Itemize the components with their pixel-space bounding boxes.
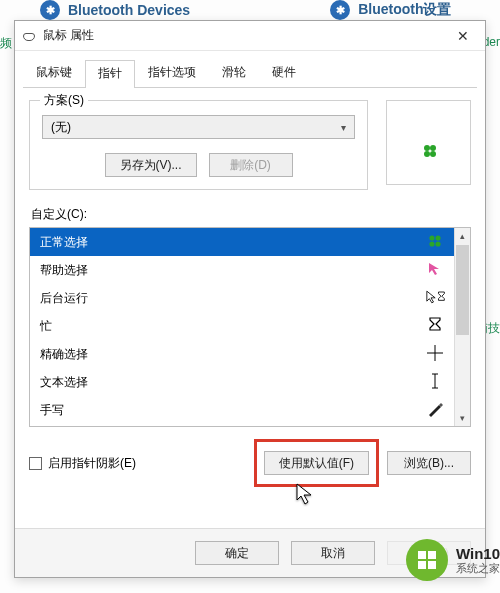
svg-point-7 [435, 241, 440, 246]
list-item[interactable]: 正常选择 [30, 228, 454, 256]
tab-hardware[interactable]: 硬件 [259, 59, 309, 87]
list-item[interactable]: 精确选择 [30, 340, 454, 368]
customize-label: 自定义(C): [31, 206, 471, 223]
svg-point-1 [430, 145, 436, 151]
svg-point-4 [429, 235, 434, 240]
save-as-button[interactable]: 另存为(V)... [105, 153, 197, 177]
tabs: 鼠标键 指针 指针选项 滑轮 硬件 [23, 59, 477, 88]
tab-wheel[interactable]: 滑轮 [209, 59, 259, 87]
list-item-label: 后台运行 [40, 290, 88, 307]
tab-pointer-options[interactable]: 指针选项 [135, 59, 209, 87]
cursor-hourglass-icon [426, 289, 444, 308]
svg-point-3 [430, 151, 436, 157]
green-clover-icon [422, 143, 438, 159]
bt-devices-label: Bluetooth Devices [68, 2, 190, 18]
watermark-badge-icon [406, 539, 448, 581]
use-default-button[interactable]: 使用默认值(F) [264, 451, 369, 475]
list-item[interactable]: 后台运行 [30, 284, 454, 312]
scheme-group: 方案(S) (无) ▾ 另存为(V)... 删除(D) [29, 100, 368, 190]
pen-icon [426, 401, 444, 420]
tab-pointers[interactable]: 指针 [85, 60, 135, 88]
red-highlight: 使用默认值(F) [256, 441, 377, 485]
scroll-thumb[interactable] [456, 245, 469, 335]
list-item-label: 正常选择 [40, 234, 88, 251]
list-item-label: 精确选择 [40, 346, 88, 363]
svg-point-5 [435, 235, 440, 240]
svg-point-0 [424, 145, 430, 151]
watermark: Win10 系统之家 [406, 539, 500, 581]
list-item-label: 文本选择 [40, 374, 88, 391]
watermark-line2: 系统之家 [456, 562, 500, 574]
scheme-legend: 方案(S) [40, 92, 88, 109]
crosshair-icon [426, 345, 444, 364]
cursor-preview [386, 100, 471, 185]
close-icon: ✕ [457, 28, 469, 44]
close-button[interactable]: ✕ [443, 22, 483, 50]
bluetooth-icon: ✱ [40, 0, 60, 20]
bg-fragment-left: 频 [0, 35, 12, 52]
cursor-listbox[interactable]: 正常选择 帮助选择 后台运行 忙 精确选择 [29, 227, 471, 427]
browse-button[interactable]: 浏览(B)... [387, 451, 471, 475]
ibeam-icon [426, 373, 444, 392]
bluetooth-icon: ✱ [330, 0, 350, 20]
mouse-icon [23, 29, 37, 43]
svg-point-6 [429, 241, 434, 246]
titlebar: 鼠标 属性 ✕ [15, 21, 485, 51]
tab-buttons[interactable]: 鼠标键 [23, 59, 85, 87]
dialog-title: 鼠标 属性 [43, 27, 94, 44]
chevron-down-icon: ▾ [341, 122, 346, 133]
cancel-button[interactable]: 取消 [291, 541, 375, 565]
list-item-label: 忙 [40, 318, 52, 335]
list-item[interactable]: 忙 [30, 312, 454, 340]
scroll-down-icon[interactable]: ▾ [455, 410, 470, 426]
ok-button[interactable]: 确定 [195, 541, 279, 565]
scheme-combobox[interactable]: (无) ▾ [42, 115, 355, 139]
list-item[interactable]: 帮助选择 [30, 256, 454, 284]
scroll-up-icon[interactable]: ▴ [455, 228, 470, 244]
svg-point-2 [424, 151, 430, 157]
enable-shadow-checkbox[interactable]: 启用指针阴影(E) [29, 455, 136, 472]
mouse-properties-dialog: 鼠标 属性 ✕ 鼠标键 指针 指针选项 滑轮 硬件 方案(S) (无) ▾ 另存… [14, 20, 486, 578]
checkbox-label: 启用指针阴影(E) [48, 456, 136, 470]
list-item-label: 帮助选择 [40, 262, 88, 279]
watermark-line1: Win10 [456, 546, 500, 563]
listbox-scrollbar[interactable]: ▴ ▾ [454, 228, 470, 426]
hourglass-icon [426, 317, 444, 336]
list-item[interactable]: 文本选择 [30, 368, 454, 396]
pink-arrow-icon [426, 261, 444, 280]
list-item[interactable]: 手写 [30, 396, 454, 424]
green-clover-icon [426, 233, 444, 252]
scheme-value: (无) [51, 119, 71, 136]
delete-button: 删除(D) [209, 153, 293, 177]
bt-settings-label: Bluetooth设置 [358, 1, 451, 19]
list-item-label: 手写 [40, 402, 64, 419]
